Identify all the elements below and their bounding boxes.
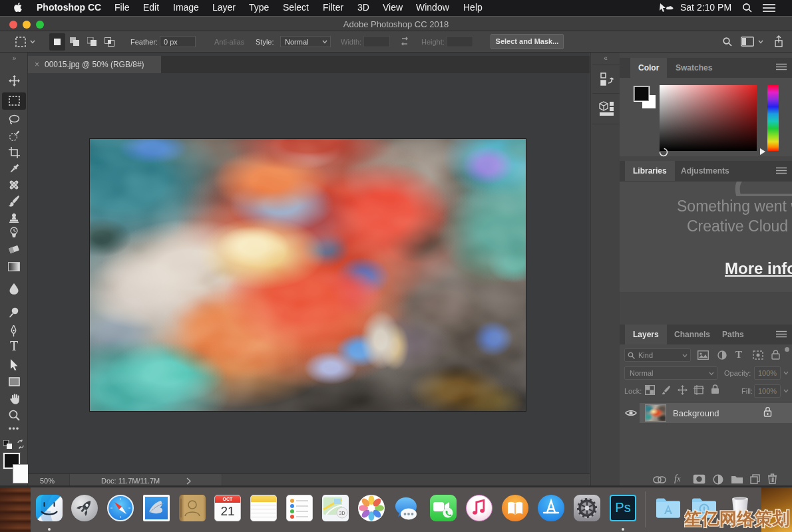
svg-text:笙亿网络策划: 笙亿网络策划 (684, 509, 790, 529)
svg-text:3D: 3D (339, 511, 345, 515)
